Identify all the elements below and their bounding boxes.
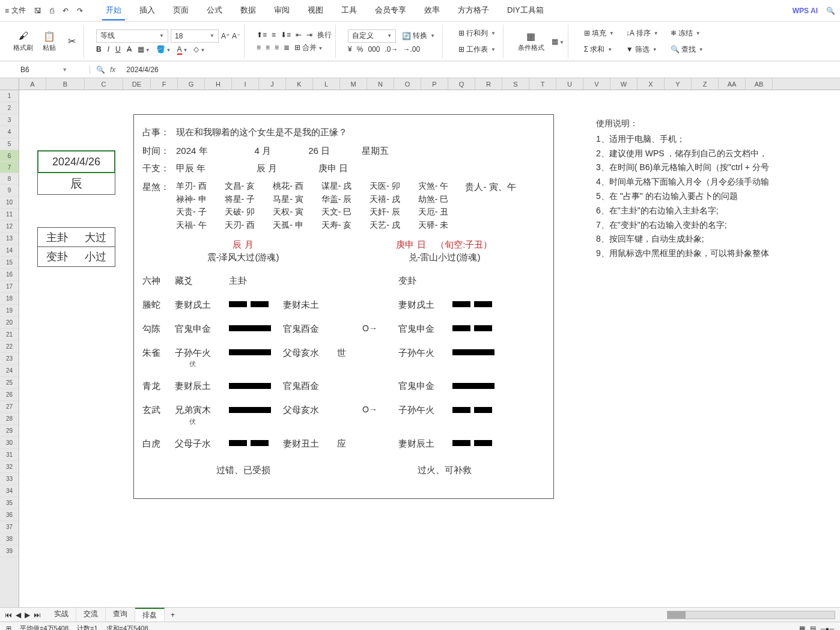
row-header-11[interactable]: 11	[0, 209, 19, 221]
menu-tab-0[interactable]: 开始	[102, 1, 125, 20]
row-header-7[interactable]: 7	[0, 162, 19, 173]
bian-gua-value[interactable]: 小过	[85, 249, 106, 264]
menu-tab-9[interactable]: 效率	[421, 1, 443, 20]
column-header-AB[interactable]: AB	[746, 78, 773, 90]
column-header-B[interactable]: B	[46, 78, 85, 90]
row-header-37[interactable]: 37	[0, 521, 19, 533]
decrease-decimal-icon[interactable]: .0→	[385, 45, 398, 54]
decrease-indent-icon[interactable]: ⇤	[296, 31, 302, 39]
view-layout-icon[interactable]: ▤	[810, 625, 816, 630]
name-box[interactable]: B6 ▼	[0, 66, 90, 74]
row-header-33[interactable]: 33	[0, 473, 19, 485]
menu-tab-11[interactable]: DIY工具箱	[504, 1, 547, 20]
align-bottom-icon[interactable]: ⬇≡	[281, 31, 291, 39]
row-header-6[interactable]: 6	[0, 150, 19, 162]
save-icon[interactable]: 🖫	[34, 7, 41, 15]
row-header-14[interactable]: 14	[0, 245, 19, 257]
sheet-nav-next-icon[interactable]: ▶	[25, 611, 30, 619]
zoom-slider[interactable]: ─●─	[821, 625, 834, 631]
row-header-28[interactable]: 28	[0, 413, 19, 425]
increase-decimal-icon[interactable]: →.00	[403, 45, 420, 54]
row-header-25[interactable]: 25	[0, 377, 19, 389]
column-header-S[interactable]: S	[502, 78, 529, 90]
row-header-20[interactable]: 20	[0, 317, 19, 329]
sheet-tab-实战[interactable]: 实战	[47, 608, 76, 622]
sum-button[interactable]: Σ 求和▼	[580, 43, 618, 57]
font-size-select[interactable]: 18▼	[171, 29, 219, 43]
decrease-font-icon[interactable]: A⁻	[232, 32, 240, 40]
row-header-29[interactable]: 29	[0, 425, 19, 437]
menu-tab-1[interactable]: 插入	[136, 1, 159, 20]
sheet-nav-prev-icon[interactable]: ◀	[16, 611, 21, 619]
menu-tab-4[interactable]: 数据	[237, 1, 260, 20]
main-gua-value[interactable]: 大过	[85, 230, 106, 245]
filter-button[interactable]: ▼ 筛选▼	[622, 43, 662, 57]
row-header-32[interactable]: 32	[0, 461, 19, 473]
formula-input[interactable]: 2024/4/26	[121, 66, 840, 74]
underline-button[interactable]: U	[115, 45, 121, 54]
column-header-U[interactable]: U	[556, 78, 583, 90]
column-header-Q[interactable]: Q	[448, 78, 475, 90]
row-header-39[interactable]: 39	[0, 545, 19, 557]
column-header-G[interactable]: G	[178, 78, 205, 90]
font-color-button[interactable]: A▼	[177, 45, 188, 54]
format-brush-button[interactable]: 🖌 格式刷	[11, 29, 35, 54]
column-header-R[interactable]: R	[475, 78, 502, 90]
column-header-K[interactable]: K	[286, 78, 313, 90]
row-header-21[interactable]: 21	[0, 329, 19, 341]
menu-tab-10[interactable]: 方方格子	[454, 1, 493, 20]
row-header-35[interactable]: 35	[0, 497, 19, 509]
rowcol-button[interactable]: ⊞ 行和列▼	[455, 26, 499, 40]
wps-ai-button[interactable]: WPS AI	[793, 7, 818, 15]
column-header-J[interactable]: J	[259, 78, 286, 90]
column-header-F[interactable]: F	[151, 78, 178, 90]
cond-format-button[interactable]: ▦ 条件格式	[516, 29, 547, 54]
menu-tab-6[interactable]: 视图	[304, 1, 327, 20]
row-header-2[interactable]: 2	[0, 102, 19, 114]
increase-font-icon[interactable]: A⁺	[221, 32, 230, 40]
column-header-N[interactable]: N	[367, 78, 394, 90]
status-icon[interactable]: ⊞	[6, 625, 11, 630]
distribute-icon[interactable]: ≣	[284, 43, 290, 52]
find-button[interactable]: 🔍 查找▼	[667, 43, 707, 57]
row-header-17[interactable]: 17	[0, 281, 19, 293]
column-header-T[interactable]: T	[529, 78, 556, 90]
column-header-H[interactable]: H	[205, 78, 232, 90]
row-header-3[interactable]: 3	[0, 114, 19, 126]
freeze-button[interactable]: ❄ 冻结▼	[667, 26, 707, 40]
font-name-select[interactable]: 等线▼	[96, 29, 168, 43]
view-normal-icon[interactable]: ▦	[799, 625, 805, 630]
row-header-38[interactable]: 38	[0, 533, 19, 545]
row-header-30[interactable]: 30	[0, 437, 19, 449]
row-header-27[interactable]: 27	[0, 401, 19, 413]
column-header-Y[interactable]: Y	[665, 78, 692, 90]
menu-tab-3[interactable]: 公式	[203, 1, 226, 20]
row-header-34[interactable]: 34	[0, 485, 19, 497]
row-header-19[interactable]: 19	[0, 305, 19, 317]
align-center-icon[interactable]: ≡	[266, 43, 270, 52]
month-cell[interactable]: 辰	[37, 173, 115, 195]
wrap-text-button[interactable]: 换行	[317, 30, 332, 40]
column-header-C[interactable]: C	[85, 78, 123, 90]
row-header-15[interactable]: 15	[0, 257, 19, 269]
add-sheet-button[interactable]: +	[166, 611, 180, 619]
sheet-tab-查询[interactable]: 查询	[106, 608, 135, 622]
row-header-24[interactable]: 24	[0, 365, 19, 377]
row-header-23[interactable]: 23	[0, 353, 19, 365]
select-all-corner[interactable]	[0, 78, 19, 90]
bold-button[interactable]: B	[96, 45, 102, 54]
row-header-8[interactable]: 8	[0, 173, 19, 185]
sheet-tab-交流[interactable]: 交流	[76, 608, 106, 622]
redo-icon[interactable]: ↷	[77, 7, 83, 15]
column-header-O[interactable]: O	[394, 78, 421, 90]
row-header-31[interactable]: 31	[0, 449, 19, 461]
row-header-10[interactable]: 10	[0, 197, 19, 209]
percent-icon[interactable]: %	[357, 45, 364, 54]
merge-button[interactable]: ⊞ 合并▼	[294, 43, 323, 53]
column-header-V[interactable]: V	[583, 78, 610, 90]
menu-tab-7[interactable]: 工具	[338, 1, 361, 20]
undo-icon[interactable]: ↶	[62, 7, 68, 15]
row-header-18[interactable]: 18	[0, 293, 19, 305]
cut-button[interactable]: ✂	[63, 34, 80, 49]
paste-button[interactable]: 📋 粘贴	[40, 29, 58, 54]
